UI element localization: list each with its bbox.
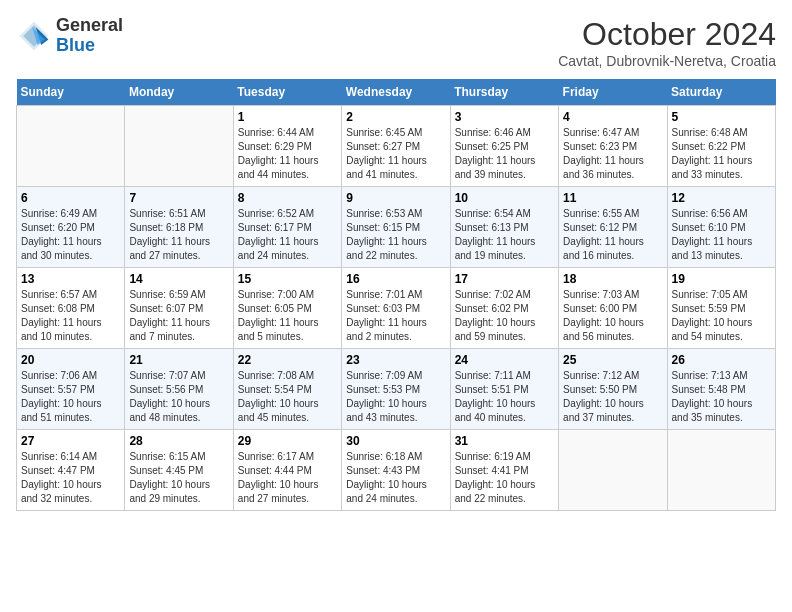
logo: General Blue — [16, 16, 123, 56]
day-detail: Sunrise: 6:49 AM Sunset: 6:20 PM Dayligh… — [21, 207, 120, 263]
calendar-cell: 30Sunrise: 6:18 AM Sunset: 4:43 PM Dayli… — [342, 430, 450, 511]
day-number: 22 — [238, 353, 337, 367]
day-detail: Sunrise: 6:52 AM Sunset: 6:17 PM Dayligh… — [238, 207, 337, 263]
calendar-cell: 26Sunrise: 7:13 AM Sunset: 5:48 PM Dayli… — [667, 349, 775, 430]
calendar-cell: 5Sunrise: 6:48 AM Sunset: 6:22 PM Daylig… — [667, 106, 775, 187]
day-detail: Sunrise: 6:17 AM Sunset: 4:44 PM Dayligh… — [238, 450, 337, 506]
weekday-header-thursday: Thursday — [450, 79, 558, 106]
day-detail: Sunrise: 6:53 AM Sunset: 6:15 PM Dayligh… — [346, 207, 445, 263]
calendar-cell: 23Sunrise: 7:09 AM Sunset: 5:53 PM Dayli… — [342, 349, 450, 430]
weekday-header-row: SundayMondayTuesdayWednesdayThursdayFrid… — [17, 79, 776, 106]
day-number: 21 — [129, 353, 228, 367]
day-detail: Sunrise: 7:06 AM Sunset: 5:57 PM Dayligh… — [21, 369, 120, 425]
day-number: 5 — [672, 110, 771, 124]
calendar-cell: 28Sunrise: 6:15 AM Sunset: 4:45 PM Dayli… — [125, 430, 233, 511]
calendar-cell: 10Sunrise: 6:54 AM Sunset: 6:13 PM Dayli… — [450, 187, 558, 268]
calendar-cell: 3Sunrise: 6:46 AM Sunset: 6:25 PM Daylig… — [450, 106, 558, 187]
calendar-cell: 29Sunrise: 6:17 AM Sunset: 4:44 PM Dayli… — [233, 430, 341, 511]
day-detail: Sunrise: 6:19 AM Sunset: 4:41 PM Dayligh… — [455, 450, 554, 506]
day-number: 2 — [346, 110, 445, 124]
day-detail: Sunrise: 6:46 AM Sunset: 6:25 PM Dayligh… — [455, 126, 554, 182]
day-detail: Sunrise: 6:59 AM Sunset: 6:07 PM Dayligh… — [129, 288, 228, 344]
logo-blue: Blue — [56, 35, 95, 55]
day-number: 10 — [455, 191, 554, 205]
weekday-header-wednesday: Wednesday — [342, 79, 450, 106]
day-number: 11 — [563, 191, 662, 205]
day-detail: Sunrise: 6:48 AM Sunset: 6:22 PM Dayligh… — [672, 126, 771, 182]
day-number: 16 — [346, 272, 445, 286]
calendar-cell: 13Sunrise: 6:57 AM Sunset: 6:08 PM Dayli… — [17, 268, 125, 349]
calendar-cell: 14Sunrise: 6:59 AM Sunset: 6:07 PM Dayli… — [125, 268, 233, 349]
day-detail: Sunrise: 7:09 AM Sunset: 5:53 PM Dayligh… — [346, 369, 445, 425]
week-row-3: 13Sunrise: 6:57 AM Sunset: 6:08 PM Dayli… — [17, 268, 776, 349]
day-number: 23 — [346, 353, 445, 367]
title-block: October 2024 Cavtat, Dubrovnik-Neretva, … — [558, 16, 776, 69]
day-detail: Sunrise: 7:11 AM Sunset: 5:51 PM Dayligh… — [455, 369, 554, 425]
calendar-cell: 15Sunrise: 7:00 AM Sunset: 6:05 PM Dayli… — [233, 268, 341, 349]
day-detail: Sunrise: 6:54 AM Sunset: 6:13 PM Dayligh… — [455, 207, 554, 263]
day-detail: Sunrise: 7:07 AM Sunset: 5:56 PM Dayligh… — [129, 369, 228, 425]
month-title: October 2024 — [558, 16, 776, 53]
calendar-cell: 19Sunrise: 7:05 AM Sunset: 5:59 PM Dayli… — [667, 268, 775, 349]
logo-icon — [16, 18, 52, 54]
day-detail: Sunrise: 6:15 AM Sunset: 4:45 PM Dayligh… — [129, 450, 228, 506]
day-number: 9 — [346, 191, 445, 205]
calendar-cell: 31Sunrise: 6:19 AM Sunset: 4:41 PM Dayli… — [450, 430, 558, 511]
logo-general: General — [56, 15, 123, 35]
calendar-cell: 7Sunrise: 6:51 AM Sunset: 6:18 PM Daylig… — [125, 187, 233, 268]
day-detail: Sunrise: 6:57 AM Sunset: 6:08 PM Dayligh… — [21, 288, 120, 344]
day-detail: Sunrise: 7:03 AM Sunset: 6:00 PM Dayligh… — [563, 288, 662, 344]
day-number: 18 — [563, 272, 662, 286]
day-detail: Sunrise: 7:02 AM Sunset: 6:02 PM Dayligh… — [455, 288, 554, 344]
day-number: 25 — [563, 353, 662, 367]
calendar-cell: 9Sunrise: 6:53 AM Sunset: 6:15 PM Daylig… — [342, 187, 450, 268]
calendar-cell: 21Sunrise: 7:07 AM Sunset: 5:56 PM Dayli… — [125, 349, 233, 430]
day-detail: Sunrise: 6:56 AM Sunset: 6:10 PM Dayligh… — [672, 207, 771, 263]
calendar-cell: 16Sunrise: 7:01 AM Sunset: 6:03 PM Dayli… — [342, 268, 450, 349]
logo-text: General Blue — [56, 16, 123, 56]
calendar-cell: 27Sunrise: 6:14 AM Sunset: 4:47 PM Dayli… — [17, 430, 125, 511]
calendar-cell: 4Sunrise: 6:47 AM Sunset: 6:23 PM Daylig… — [559, 106, 667, 187]
location: Cavtat, Dubrovnik-Neretva, Croatia — [558, 53, 776, 69]
day-number: 6 — [21, 191, 120, 205]
day-detail: Sunrise: 7:05 AM Sunset: 5:59 PM Dayligh… — [672, 288, 771, 344]
calendar-cell: 17Sunrise: 7:02 AM Sunset: 6:02 PM Dayli… — [450, 268, 558, 349]
weekday-header-friday: Friday — [559, 79, 667, 106]
day-detail: Sunrise: 7:13 AM Sunset: 5:48 PM Dayligh… — [672, 369, 771, 425]
week-row-5: 27Sunrise: 6:14 AM Sunset: 4:47 PM Dayli… — [17, 430, 776, 511]
calendar-cell — [125, 106, 233, 187]
day-detail: Sunrise: 6:44 AM Sunset: 6:29 PM Dayligh… — [238, 126, 337, 182]
day-number: 24 — [455, 353, 554, 367]
week-row-1: 1Sunrise: 6:44 AM Sunset: 6:29 PM Daylig… — [17, 106, 776, 187]
calendar-cell: 20Sunrise: 7:06 AM Sunset: 5:57 PM Dayli… — [17, 349, 125, 430]
day-number: 27 — [21, 434, 120, 448]
day-number: 20 — [21, 353, 120, 367]
day-detail: Sunrise: 6:18 AM Sunset: 4:43 PM Dayligh… — [346, 450, 445, 506]
day-detail: Sunrise: 7:01 AM Sunset: 6:03 PM Dayligh… — [346, 288, 445, 344]
calendar-cell: 18Sunrise: 7:03 AM Sunset: 6:00 PM Dayli… — [559, 268, 667, 349]
day-number: 29 — [238, 434, 337, 448]
day-detail: Sunrise: 6:55 AM Sunset: 6:12 PM Dayligh… — [563, 207, 662, 263]
day-detail: Sunrise: 6:45 AM Sunset: 6:27 PM Dayligh… — [346, 126, 445, 182]
day-number: 19 — [672, 272, 771, 286]
day-detail: Sunrise: 6:14 AM Sunset: 4:47 PM Dayligh… — [21, 450, 120, 506]
week-row-2: 6Sunrise: 6:49 AM Sunset: 6:20 PM Daylig… — [17, 187, 776, 268]
calendar-cell: 11Sunrise: 6:55 AM Sunset: 6:12 PM Dayli… — [559, 187, 667, 268]
day-detail: Sunrise: 7:08 AM Sunset: 5:54 PM Dayligh… — [238, 369, 337, 425]
calendar-cell: 12Sunrise: 6:56 AM Sunset: 6:10 PM Dayli… — [667, 187, 775, 268]
day-detail: Sunrise: 6:47 AM Sunset: 6:23 PM Dayligh… — [563, 126, 662, 182]
weekday-header-monday: Monday — [125, 79, 233, 106]
day-number: 14 — [129, 272, 228, 286]
day-detail: Sunrise: 7:00 AM Sunset: 6:05 PM Dayligh… — [238, 288, 337, 344]
day-number: 30 — [346, 434, 445, 448]
calendar-cell: 1Sunrise: 6:44 AM Sunset: 6:29 PM Daylig… — [233, 106, 341, 187]
calendar-cell: 25Sunrise: 7:12 AM Sunset: 5:50 PM Dayli… — [559, 349, 667, 430]
calendar-cell: 6Sunrise: 6:49 AM Sunset: 6:20 PM Daylig… — [17, 187, 125, 268]
day-number: 1 — [238, 110, 337, 124]
day-number: 4 — [563, 110, 662, 124]
day-number: 26 — [672, 353, 771, 367]
weekday-header-sunday: Sunday — [17, 79, 125, 106]
calendar-cell: 8Sunrise: 6:52 AM Sunset: 6:17 PM Daylig… — [233, 187, 341, 268]
day-number: 13 — [21, 272, 120, 286]
calendar-cell — [667, 430, 775, 511]
